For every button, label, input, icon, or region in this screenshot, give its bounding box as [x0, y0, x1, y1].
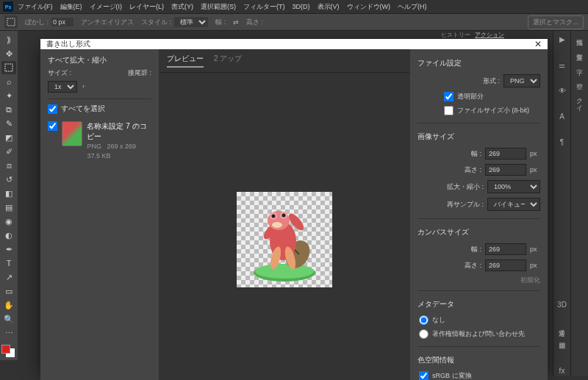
- resample-label: 再サンプル :: [447, 200, 484, 209]
- type-tool-icon[interactable]: T: [1, 257, 16, 270]
- format-select[interactable]: PNG: [503, 74, 540, 87]
- file-settings-title: ファイル設定: [417, 58, 540, 68]
- marquee-tool-icon[interactable]: [4, 15, 18, 29]
- image-size-title: 画像サイズ: [417, 132, 540, 142]
- feather-label: ぼかし :: [25, 18, 49, 27]
- marquee-tool-icon[interactable]: [1, 61, 16, 74]
- expand-icon[interactable]: ⟫: [1, 33, 16, 46]
- canvas-width-input[interactable]: [485, 243, 526, 255]
- menu-window[interactable]: ウィンドウ(W): [344, 2, 394, 12]
- more-icon[interactable]: ⋯: [1, 326, 16, 340]
- preview-canvas[interactable]: [159, 73, 409, 380]
- pen-tool-icon[interactable]: ✒: [1, 243, 16, 256]
- menu-filter[interactable]: フィルター(T): [240, 2, 288, 12]
- px-unit: px: [530, 245, 540, 253]
- reset-link[interactable]: 初期化: [417, 276, 540, 285]
- img-height-input[interactable]: [485, 164, 526, 176]
- select-all-checkbox[interactable]: [48, 104, 57, 114]
- 3d-icon[interactable]: 3D: [556, 299, 569, 310]
- eyedropper-tool-icon[interactable]: ✎: [1, 117, 16, 130]
- eraser-tool-icon[interactable]: ◧: [1, 187, 16, 200]
- dodge-tool-icon[interactable]: ◐: [1, 229, 16, 242]
- suffix-label: 接尾辞 :: [128, 68, 151, 78]
- slider-icon[interactable]: ⚌: [556, 60, 569, 71]
- blur-tool-icon[interactable]: ◉: [1, 215, 16, 228]
- hand-tool-icon[interactable]: ✋: [1, 298, 16, 312]
- meta-none-radio[interactable]: [419, 315, 429, 325]
- layers-icon[interactable]: ▦: [556, 340, 569, 351]
- heal-tool-icon[interactable]: ◩: [1, 131, 16, 144]
- preview-image: [237, 192, 332, 287]
- canvas-height-input[interactable]: [485, 259, 526, 271]
- dialog-title: 書き出し形式: [46, 39, 90, 49]
- tab-actions[interactable]: アクション: [475, 31, 504, 39]
- menu-view[interactable]: 表示(V): [315, 2, 343, 12]
- menu-edit[interactable]: 編集(E): [57, 2, 85, 12]
- antialias-label: アンチエイリアス: [81, 18, 134, 27]
- path-tool-icon[interactable]: ↗: [1, 270, 16, 284]
- menu-select[interactable]: 選択範囲(S): [198, 2, 239, 12]
- eye-icon[interactable]: 👁: [556, 85, 569, 96]
- srgb-checkbox[interactable]: [419, 371, 429, 380]
- brush-tool-icon[interactable]: ✐: [1, 145, 16, 158]
- add-scale-icon[interactable]: +: [82, 83, 85, 90]
- zoom-tool-icon[interactable]: 🔍: [1, 312, 16, 326]
- canvas-size-title: カンバスサイズ: [417, 227, 540, 237]
- menu-type[interactable]: 書式(Y): [168, 2, 196, 12]
- asset-thumbnail: [62, 121, 82, 146]
- px-unit: px: [530, 166, 540, 173]
- svg-point-15: [282, 213, 286, 217]
- style-select[interactable]: 標準: [174, 17, 208, 27]
- stamp-tool-icon[interactable]: ⧈: [1, 159, 16, 172]
- text-icon[interactable]: A: [556, 111, 569, 122]
- dialog-preview-panel: プレビュー 2 アップ: [159, 49, 409, 380]
- transparency-checkbox[interactable]: [444, 92, 453, 101]
- fg-color[interactable]: [1, 345, 10, 354]
- width-label: 幅 :: [215, 18, 226, 27]
- history-panel-tabs: ヒストリー アクション: [441, 31, 504, 39]
- wand-tool-icon[interactable]: ✦: [1, 89, 16, 102]
- tab-2up[interactable]: 2 アップ: [214, 54, 242, 68]
- svg-rect-0: [7, 18, 15, 26]
- style-label: スタイル :: [141, 18, 171, 27]
- app-icon: Ps: [3, 1, 13, 12]
- options-bar: ぼかし : アンチエイリアス スタイル : 標準 幅 : ⇄ 高さ : 選択とマ…: [0, 13, 588, 31]
- asset-checkbox[interactable]: [48, 121, 57, 131]
- fx-icon[interactable]: fx: [556, 365, 569, 376]
- feather-input[interactable]: [51, 18, 74, 26]
- color-swatch[interactable]: [1, 345, 16, 358]
- close-icon[interactable]: ✕: [534, 39, 542, 49]
- dialog-titlebar: 書き出し形式 ✕: [40, 39, 548, 49]
- meta-copyright-radio[interactable]: [419, 329, 429, 339]
- asset-format: PNG: [87, 143, 101, 150]
- crop-tool-icon[interactable]: ⧉: [1, 103, 16, 116]
- play-icon[interactable]: ▶: [556, 34, 569, 45]
- history-brush-icon[interactable]: ↺: [1, 173, 16, 186]
- dialog-left-panel: すべて拡大・縮小 サイズ : 接尾辞 : 1x + すべてを選択: [40, 49, 159, 380]
- img-width-input[interactable]: [485, 148, 526, 159]
- menu-3d[interactable]: 3D(D): [290, 3, 313, 10]
- label-quick[interactable]: クイ: [575, 93, 584, 107]
- smallfile-checkbox[interactable]: [444, 106, 453, 115]
- select-and-mask-button[interactable]: 選択とマスク...: [528, 15, 584, 29]
- asset-row[interactable]: 名称未設定 7 のコピー PNG 269 x 269 37.5 KB: [48, 118, 151, 163]
- lasso-tool-icon[interactable]: ⌕: [1, 75, 16, 88]
- right-panel-dock: ▶ ⚌ 👁 A ¶ 3D 通常 ▦ fx 属性 変形 字 整 クイ: [553, 31, 588, 376]
- tab-preview[interactable]: プレビュー: [167, 54, 204, 68]
- swap-icon[interactable]: ⇄: [233, 18, 239, 26]
- canvas-height-label: 高さ :: [465, 261, 481, 270]
- paragraph-icon[interactable]: ¶: [556, 137, 569, 148]
- tab-history[interactable]: ヒストリー: [441, 31, 470, 39]
- menu-layer[interactable]: レイヤー(L): [126, 2, 167, 12]
- scale-select[interactable]: 100%: [487, 180, 540, 193]
- scale-size-select[interactable]: 1x: [48, 81, 77, 93]
- metadata-title: メタデータ: [417, 299, 540, 309]
- shape-tool-icon[interactable]: ▭: [1, 284, 16, 298]
- export-as-dialog: 書き出し形式 ✕ すべて拡大・縮小 サイズ : 接尾辞 : 1x + すべてを選: [40, 39, 548, 370]
- menu-image[interactable]: イメージ(I): [87, 2, 126, 12]
- menu-file[interactable]: ファイル(F): [15, 2, 56, 12]
- move-tool-icon[interactable]: ✥: [1, 47, 16, 60]
- gradient-tool-icon[interactable]: ▤: [1, 201, 16, 214]
- menu-help[interactable]: ヘルプ(H): [395, 2, 430, 12]
- resample-select[interactable]: バイキュービック...: [487, 198, 540, 211]
